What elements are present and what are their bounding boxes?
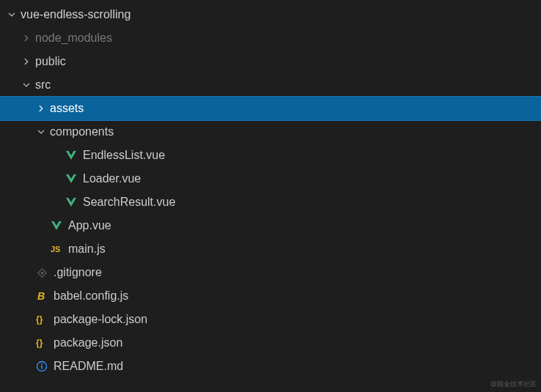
chevron-right-icon bbox=[21, 32, 32, 44]
folder-label: vue-endless-scrolling bbox=[21, 3, 130, 26]
vue-file-icon bbox=[50, 219, 63, 232]
tree-folder-node-modules[interactable]: node_modules bbox=[0, 26, 541, 50]
twistie-spacer bbox=[50, 173, 62, 185]
chevron-right-icon bbox=[21, 56, 32, 67]
json-file-icon: {} bbox=[35, 313, 48, 326]
chevron-right-icon bbox=[35, 103, 47, 114]
tree-file-gitignore[interactable]: .gitignore bbox=[0, 261, 541, 284]
twistie-spacer bbox=[21, 360, 32, 372]
folder-label: public bbox=[35, 50, 66, 73]
vue-file-icon bbox=[65, 149, 78, 162]
tree-file-endlesslist-vue[interactable]: EndlessList.vue bbox=[0, 144, 541, 167]
tree-file-package-lock-json[interactable]: {} package-lock.json bbox=[0, 308, 541, 331]
watermark-text: @掘金技术社区 bbox=[490, 380, 537, 389]
twistie-spacer bbox=[21, 267, 32, 278]
svg-text:JS: JS bbox=[51, 245, 60, 254]
twistie-spacer bbox=[35, 220, 47, 232]
folder-label: node_modules bbox=[35, 26, 112, 50]
vue-file-icon bbox=[65, 196, 78, 209]
svg-text:{}: {} bbox=[36, 338, 43, 348]
folder-label: components bbox=[50, 120, 114, 144]
file-label: package-lock.json bbox=[54, 308, 147, 331]
tree-file-babel-config[interactable]: B babel.config.js bbox=[0, 284, 541, 308]
file-label: README.md bbox=[54, 355, 123, 378]
git-file-icon bbox=[35, 266, 48, 279]
tree-root-folder[interactable]: vue-endless-scrolling bbox=[0, 3, 541, 26]
svg-text:{}: {} bbox=[36, 314, 43, 325]
tree-file-package-json[interactable]: {} package.json bbox=[0, 331, 541, 355]
tree-folder-src[interactable]: src bbox=[0, 73, 541, 97]
file-label: .gitignore bbox=[54, 261, 102, 284]
tree-file-readme[interactable]: README.md bbox=[0, 355, 541, 378]
file-label: Loader.vue bbox=[83, 167, 141, 191]
tree-file-searchresult-vue[interactable]: SearchResult.vue bbox=[0, 191, 541, 214]
file-label: App.vue bbox=[68, 214, 111, 237]
svg-rect-6 bbox=[41, 363, 43, 365]
vue-file-icon bbox=[65, 172, 78, 185]
tree-folder-assets[interactable]: assets bbox=[0, 97, 541, 120]
file-label: SearchResult.vue bbox=[83, 191, 175, 214]
tree-file-app-vue[interactable]: App.vue bbox=[0, 214, 541, 237]
file-label: EndlessList.vue bbox=[83, 144, 165, 167]
tree-folder-public[interactable]: public bbox=[0, 50, 541, 73]
folder-label: src bbox=[35, 73, 51, 97]
tree-folder-components[interactable]: components bbox=[0, 120, 541, 144]
file-label: package.json bbox=[54, 331, 122, 355]
svg-rect-5 bbox=[41, 366, 43, 369]
svg-text:B: B bbox=[37, 290, 45, 302]
twistie-spacer bbox=[35, 243, 47, 255]
json-file-icon: {} bbox=[35, 336, 48, 350]
chevron-down-icon bbox=[35, 126, 47, 138]
file-explorer-tree: vue-endless-scrolling node_modules publi… bbox=[0, 0, 541, 378]
info-file-icon bbox=[35, 360, 48, 373]
chevron-down-icon bbox=[21, 79, 32, 91]
twistie-spacer bbox=[21, 337, 32, 349]
chevron-down-icon bbox=[6, 9, 18, 21]
twistie-spacer bbox=[21, 290, 32, 302]
babel-file-icon: B bbox=[35, 289, 48, 303]
tree-file-main-js[interactable]: JS main.js bbox=[0, 237, 541, 261]
twistie-spacer bbox=[50, 149, 62, 161]
js-file-icon: JS bbox=[50, 243, 63, 256]
twistie-spacer bbox=[50, 196, 62, 208]
twistie-spacer bbox=[21, 314, 32, 325]
tree-file-loader-vue[interactable]: Loader.vue bbox=[0, 167, 541, 191]
folder-label: assets bbox=[50, 97, 84, 120]
file-label: babel.config.js bbox=[54, 284, 128, 308]
file-label: main.js bbox=[68, 237, 106, 261]
